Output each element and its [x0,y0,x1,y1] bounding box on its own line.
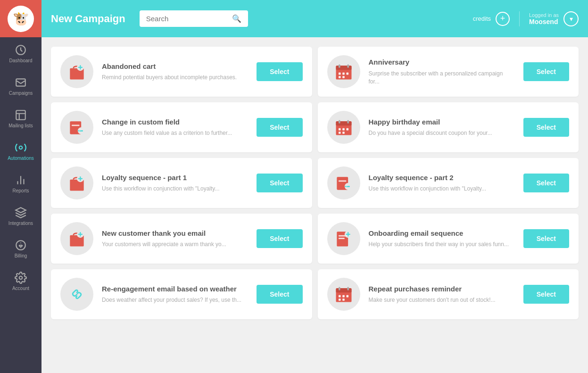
svg-point-2 [19,146,23,149]
sidebar-item-campaigns[interactable]: Campaigns [0,70,41,102]
svg-rect-13 [347,64,349,67]
svg-point-24 [82,130,83,132]
svg-rect-20 [72,125,80,126]
card-icon-repeat-purchases [327,278,360,311]
card-info-new-customer-thank-you: New customer thank you email Your custom… [102,229,248,249]
select-button-new-customer-thank-you[interactable]: Select [257,229,302,248]
svg-rect-32 [339,132,341,134]
card-loyalty-2: Loyalty sequence - part 2 Use this workf… [318,158,579,208]
search-input[interactable] [146,15,228,23]
sidebar-item-dashboard[interactable]: Dashboard [0,37,41,70]
card-info-abandoned-cart: Abandoned cart Remind potential buyers a… [102,62,248,82]
sidebar: 🐮 Dashboard Campaigns Mailing lists [0,0,41,373]
card-title-reengagement: Re-engagement email based on weather [102,284,248,294]
sidebar-item-label: Reports [12,188,29,193]
sidebar-item-mailing-lists[interactable]: Mailing lists [0,102,41,135]
header-user: Logged in as Moosend ▾ [519,11,579,26]
card-anniversary: Anniversary Surprise the subscriber with… [318,47,579,97]
svg-rect-27 [339,120,340,123]
svg-rect-33 [342,132,345,134]
card-new-customer-thank-you: New customer thank you email Your custom… [51,214,312,264]
card-desc-repeat-purchases: Make sure your customers don't run out o… [369,296,515,304]
sidebar-item-label: Mailing lists [8,123,33,128]
card-desc-abandoned-cart: Remind potential buyers about incomplete… [102,74,248,82]
svg-rect-59 [347,287,349,290]
content-area: Abandoned cart Remind potential buyers a… [41,37,588,373]
svg-point-5 [19,276,23,280]
svg-point-43 [348,186,349,187]
svg-rect-30 [342,128,345,131]
select-button-loyalty-2[interactable]: Select [523,174,569,192]
user-dropdown-button[interactable]: ▾ [563,11,579,26]
select-button-loyalty-1[interactable]: Select [257,174,302,192]
svg-rect-57 [336,288,351,292]
select-button-onboarding[interactable]: Select [523,229,569,248]
card-title-anniversary: Anniversary [369,58,515,67]
logo[interactable]: 🐮 [0,0,41,37]
card-change-custom-field: Change in custom field Use any custom fi… [51,102,312,152]
credits-plus-button[interactable]: + [496,12,510,26]
svg-rect-61 [342,295,345,298]
card-happy-birthday: Happy birthday email Do you have a speci… [318,102,579,152]
select-button-anniversary[interactable]: Select [523,62,569,81]
header-user-info: Logged in as Moosend [529,12,559,25]
sidebar-item-account[interactable]: Account [0,265,41,298]
account-icon [15,272,27,284]
card-icon-loyalty-1 [60,166,93,199]
sidebar-item-integrations[interactable]: Integrations [0,200,41,232]
select-button-change-custom-field[interactable]: Select [257,118,302,137]
card-icon-happy-birthday [327,111,360,144]
svg-marker-3 [16,207,26,213]
select-button-happy-birthday[interactable]: Select [523,118,569,137]
sidebar-item-billing[interactable]: Billing [0,232,41,265]
svg-rect-15 [342,73,345,75]
card-info-happy-birthday: Happy birthday email Do you have a speci… [369,117,515,137]
card-repeat-purchases: Repeat purchases reminder Make sure your… [318,269,579,319]
card-loyalty-1: Loyalty sequence - part 1 Use this workf… [51,158,312,208]
sidebar-item-label: Dashboard [9,58,33,63]
select-button-abandoned-cart[interactable]: Select [257,62,302,81]
svg-point-23 [78,130,79,132]
card-desc-loyalty-2: Use this workflow in conjunction with "L… [369,185,515,193]
sidebar-item-label: Account [12,286,29,291]
card-desc-reengagement: Does weather affect your product sales? … [102,296,248,304]
campaigns-icon [15,76,27,89]
card-title-new-customer-thank-you: New customer thank you email [102,229,248,238]
mailing-lists-icon [15,109,27,121]
credits-label: credits [473,15,491,22]
svg-rect-39 [339,181,347,182]
svg-rect-1 [16,110,25,120]
card-icon-reengagement [60,278,93,311]
card-desc-new-customer-thank-you: Your customers will appreciate a warm th… [102,240,248,249]
card-icon-change-custom-field [60,111,93,144]
card-desc-loyalty-1: Use this workflow in conjunction with "L… [102,185,248,193]
svg-rect-29 [339,128,341,131]
svg-point-42 [345,186,346,187]
svg-rect-62 [346,295,348,298]
main-area: New Campaign 🔍 credits + Logged in as Mo… [41,0,588,373]
sidebar-item-label: Automations [8,156,34,161]
sidebar-item-reports[interactable]: Reports [0,167,41,200]
card-reengagement: Re-engagement email based on weather Doe… [51,269,312,319]
sidebar-item-label: Billing [15,253,27,258]
integrations-icon [15,207,27,219]
card-desc-anniversary: Surprise the subscriber with a personali… [369,70,515,86]
select-button-repeat-purchases[interactable]: Select [523,285,569,304]
search-bar[interactable]: 🔍 [140,10,248,27]
svg-rect-11 [336,66,351,70]
sidebar-nav: Dashboard Campaigns Mailing lists Automa… [0,37,41,373]
card-title-loyalty-1: Loyalty sequence - part 1 [102,173,248,182]
logo-emoji: 🐮 [13,11,29,26]
card-title-repeat-purchases: Repeat purchases reminder [369,284,515,294]
reports-icon [15,174,27,186]
card-info-anniversary: Anniversary Surprise the subscriber with… [369,58,515,85]
cards-grid: Abandoned cart Remind potential buyers a… [51,47,579,319]
svg-rect-50 [339,238,345,239]
card-info-change-custom-field: Change in custom field Use any custom fi… [102,117,248,137]
card-title-loyalty-2: Loyalty sequence - part 2 [369,173,515,182]
svg-rect-16 [346,73,348,75]
search-icon: 🔍 [232,14,241,23]
sidebar-item-automations[interactable]: Automations [0,135,41,167]
svg-rect-28 [347,120,349,123]
select-button-reengagement[interactable]: Select [257,285,302,304]
